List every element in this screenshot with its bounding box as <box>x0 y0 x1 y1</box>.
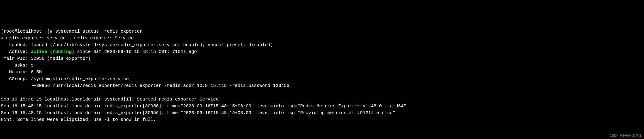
tasks-label: Tasks: <box>1 63 31 68</box>
cgroup-value: /system.slice/redis_exporter.service <box>31 76 129 82</box>
active-status: active (running) <box>31 49 74 54</box>
service-header: ● redis_exporter.service - redis_exporte… <box>1 35 134 41</box>
cgroup-line: CGroup: /system.slice/redis_exporter.ser… <box>1 76 129 82</box>
active-line: Active: active (running) since Sat 2023-… <box>1 49 197 54</box>
main-pid-label: Main PID: <box>1 56 31 61</box>
memory-line: Memory: 6.5M <box>1 69 42 75</box>
terminal-output: [root@localhost ~]# systemctl status red… <box>1 28 643 123</box>
log-line-1: Sep 16 15:48:15 localhost.localdomain sy… <box>1 97 221 102</box>
loaded-value: loaded (/usr/lib/systemd/system/redis_ex… <box>31 42 273 48</box>
prompt-line: [root@localhost ~]# systemctl status red… <box>1 29 142 34</box>
cgroup-label: CGroup: <box>1 76 31 82</box>
memory-value: 6.5M <box>31 69 42 75</box>
process-tree-line: └─30956 /usr/local/redis_exporter/redis_… <box>1 83 289 88</box>
service-unit-name: redis_exporter.service <box>6 35 66 41</box>
main-pid-line: Main PID: 30956 (redis_exporter) <box>1 56 91 61</box>
loaded-line: Loaded: loaded (/usr/lib/systemd/system/… <box>1 42 273 48</box>
memory-label: Memory: <box>1 69 31 75</box>
log-line-3: Sep 16 15:48:15 localhost.localdomain re… <box>1 110 395 116</box>
hint-line: Hint: Some lines were ellipsized, use -l… <box>1 117 156 122</box>
status-bullet-icon: ● <box>1 35 3 41</box>
log-line-2: Sep 16 15:48:15 localhost.localdomain re… <box>1 104 406 109</box>
tasks-value: 5 <box>31 63 34 68</box>
loaded-label: Loaded: <box>1 42 31 48</box>
service-description: redis_exporter Service <box>74 35 134 41</box>
main-pid-value: 30956 (redis_exporter) <box>31 56 91 61</box>
shell-prompt: [root@localhost ~]# <box>1 29 55 34</box>
service-separator: - <box>66 35 74 41</box>
active-since: since Sat 2023-09-16 15:48:15 CST; 715ms… <box>74 49 197 54</box>
active-label: Active: <box>1 49 31 54</box>
watermark-text: CSDN @神奇的海马体 <box>610 133 642 138</box>
command-text: systemctl status redis_exporter <box>55 29 142 34</box>
tasks-line: Tasks: 5 <box>1 63 34 68</box>
